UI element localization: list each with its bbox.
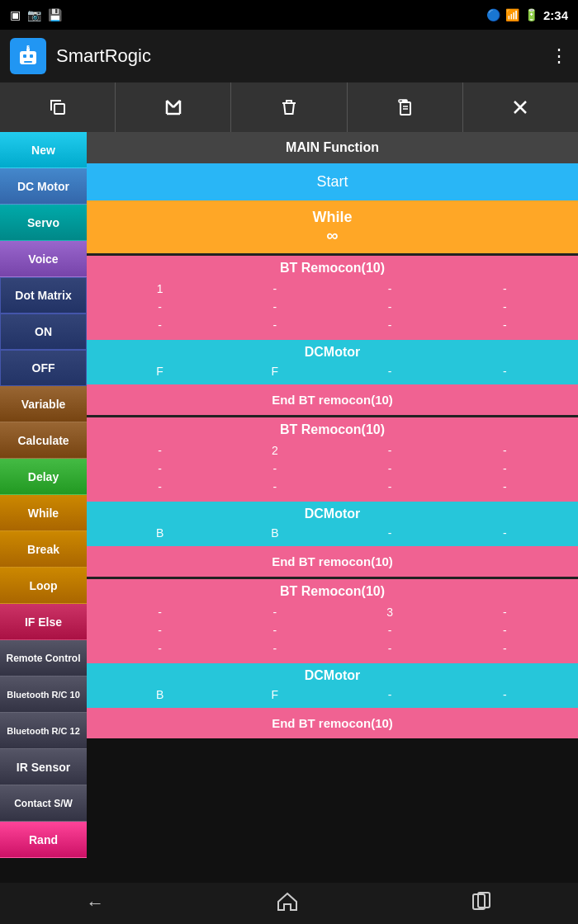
svg-rect-3 — [24, 61, 32, 63]
sidebar-item-rand[interactable]: Rand — [0, 822, 87, 858]
app-icon: !? — [10, 38, 46, 74]
toolbar — [0, 82, 578, 132]
sidebar-item-bluetooth-rc12[interactable]: Bluetooth R/C 12 — [0, 713, 87, 749]
sidebar-item-new[interactable]: New — [0, 132, 87, 168]
bt-remocon-3-grid: --3- ---- ---- — [95, 602, 570, 658]
dcmotor-block-3[interactable]: DCMotor BF-- — [87, 663, 578, 708]
bt-remocon-2-title: BT Remocon(10) — [95, 422, 570, 437]
sidebar-item-contact-sw[interactable]: Contact S/W — [0, 785, 87, 822]
recents-button[interactable] — [454, 884, 509, 923]
main-function-label: MAIN Function — [286, 140, 379, 154]
bt-remocon-1-title: BT Remocon(10) — [95, 261, 570, 276]
back-button[interactable]: ← — [69, 886, 121, 921]
status-time: 2:34 — [543, 8, 568, 22]
sidebar-item-remote-control[interactable]: Remote Control — [0, 640, 87, 676]
sidebar-item-delay[interactable]: Delay — [0, 459, 87, 495]
bluetooth-icon: 🔵 — [486, 8, 500, 21]
dcmotor-2-title: DCMotor — [95, 507, 570, 521]
dcmotor-3-title: DCMotor — [95, 668, 570, 683]
home-button[interactable] — [260, 884, 315, 923]
wifi-icon: 📶 — [505, 8, 519, 21]
sidebar-item-calculate[interactable]: Calculate — [0, 422, 87, 459]
sidebar-item-variable[interactable]: Variable — [0, 386, 87, 422]
dcmotor-1-title: DCMotor — [95, 345, 570, 360]
bt-remocon-block-1[interactable]: BT Remocon(10) 1--- ---- ---- — [87, 256, 578, 340]
while-block[interactable]: While ∞ — [87, 200, 578, 253]
dcmotor-block-1[interactable]: DCMotor FF-- — [87, 340, 578, 384]
copy-button[interactable] — [0, 82, 116, 132]
cut-button[interactable] — [116, 82, 231, 132]
delete-button[interactable] — [231, 82, 347, 132]
dcmotor-1-grid: FF-- — [95, 363, 570, 380]
svg-rect-7 — [54, 104, 64, 114]
sidebar-item-servo[interactable]: Servo — [0, 205, 87, 241]
dcmotor-2-grid: BB-- — [95, 525, 570, 541]
bt-remocon-1-grid: 1--- ---- ---- — [95, 279, 570, 335]
svg-rect-1 — [23, 54, 26, 58]
sidebar-item-bluetooth-rc10[interactable]: Bluetooth R/C 10 — [0, 676, 87, 713]
sidebar-item-ir-sensor[interactable]: IR Sensor — [0, 749, 87, 785]
bt-remocon-2-grid: -2-- ---- ---- — [95, 441, 570, 497]
end-bt-remocon-3[interactable]: End BT remocon(10) — [87, 708, 578, 738]
svg-text:!?: !? — [26, 45, 30, 50]
sidebar-item-off[interactable]: OFF — [0, 350, 87, 386]
sidebar-item-while[interactable]: While — [0, 495, 87, 531]
save-icon: 💾 — [48, 8, 62, 21]
camera-icon: 📷 — [27, 8, 41, 21]
start-label: Start — [316, 173, 348, 190]
sidebar-item-on[interactable]: ON — [0, 314, 87, 350]
sidebar-item-dc-motor[interactable]: DC Motor — [0, 168, 87, 205]
menu-button[interactable]: ⋮ — [550, 45, 568, 67]
content-area: MAIN Function Start While ∞ BT Remocon(1… — [87, 132, 578, 883]
app-bar: !? SmartRogic ⋮ — [0, 30, 578, 82]
while-inf: ∞ — [95, 226, 570, 245]
paste-button[interactable] — [348, 82, 463, 132]
close-button[interactable] — [463, 82, 578, 132]
sidebar-item-break[interactable]: Break — [0, 531, 87, 568]
nav-bar: ← — [0, 883, 578, 924]
bt-remocon-block-2[interactable]: BT Remocon(10) -2-- ---- ---- — [87, 417, 578, 502]
sidebar-item-voice[interactable]: Voice — [0, 241, 87, 277]
dcmotor-3-grid: BF-- — [95, 686, 570, 703]
main-function-block[interactable]: MAIN Function — [87, 132, 578, 163]
start-block[interactable]: Start — [87, 163, 578, 200]
bt-remocon-block-3[interactable]: BT Remocon(10) --3- ---- ---- — [87, 579, 578, 663]
sidebar-item-dot-matrix[interactable]: Dot Matrix — [0, 277, 87, 314]
svg-rect-2 — [30, 54, 33, 58]
dcmotor-block-2[interactable]: DCMotor BB-- — [87, 502, 578, 546]
battery-icon: 🔋 — [524, 8, 538, 21]
sidebar-item-if-else[interactable]: IF Else — [0, 604, 87, 640]
sidebar: New DC Motor Servo Voice Dot Matrix ON O… — [0, 132, 87, 883]
main-layout: New DC Motor Servo Voice Dot Matrix ON O… — [0, 132, 578, 883]
end-bt-remocon-2[interactable]: End BT remocon(10) — [87, 546, 578, 577]
while-label: While — [95, 209, 570, 226]
sidebar-item-loop[interactable]: Loop — [0, 568, 87, 604]
app-title: SmartRogic — [56, 45, 540, 67]
end-bt-remocon-1[interactable]: End BT remocon(10) — [87, 384, 578, 415]
screenshot-icon: ▣ — [10, 8, 21, 21]
bt-remocon-3-title: BT Remocon(10) — [95, 584, 570, 599]
status-bar: ▣ 📷 💾 🔵 📶 🔋 2:34 — [0, 0, 578, 30]
